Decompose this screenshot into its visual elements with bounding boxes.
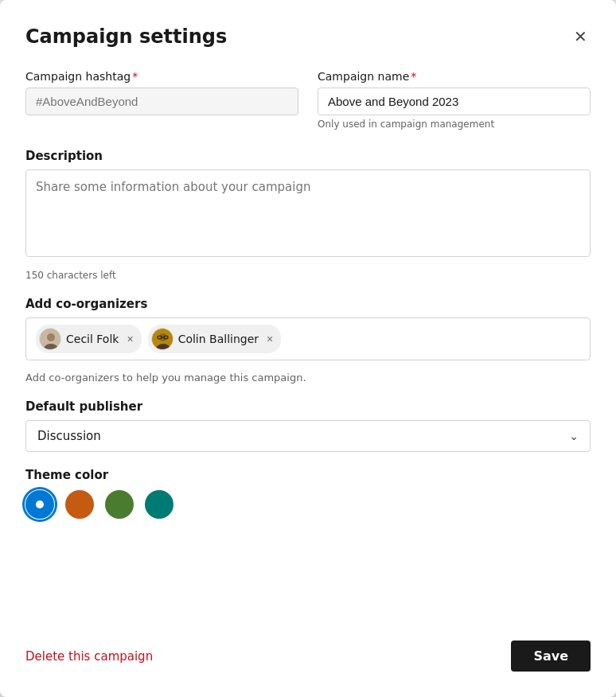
avatar-cf-svg (40, 329, 61, 350)
modal-title: Campaign settings (25, 25, 227, 48)
color-options (25, 490, 591, 519)
color-option-orange[interactable] (65, 490, 94, 519)
modal-header: Campaign settings ✕ (25, 25, 591, 48)
co-organizers-section: Add co-organizers Cecil Folk × (25, 297, 591, 360)
campaign-name-hint: Only used in campaign management (318, 119, 591, 130)
name-required-star: * (411, 70, 416, 83)
modal-footer: Delete this campaign Save (25, 628, 591, 672)
color-option-green[interactable] (105, 490, 134, 519)
co-organizers-box: Cecil Folk × Colin Ballinger (25, 317, 591, 360)
campaign-name-input[interactable] (318, 88, 591, 115)
top-fields-row: Campaign hashtag* Campaign name* Only us… (25, 70, 591, 130)
publisher-label: Default publisher (25, 399, 591, 414)
close-button[interactable]: ✕ (571, 25, 591, 48)
co-organizers-label: Add co-organizers (25, 297, 591, 311)
publisher-value: Discussion (37, 429, 101, 443)
organizer-name-cb: Colin Ballinger (178, 333, 259, 345)
remove-cf-button[interactable]: × (123, 333, 133, 345)
color-option-teal[interactable] (145, 490, 173, 519)
publisher-section: Default publisher Discussion ⌄ (25, 399, 591, 452)
description-section: Description (25, 149, 591, 260)
hashtag-field-group: Campaign hashtag* (25, 70, 298, 130)
publisher-select[interactable]: Discussion ⌄ (25, 420, 591, 452)
avatar-cf (39, 328, 61, 350)
remove-cb-button[interactable]: × (263, 333, 273, 345)
theme-label: Theme color (25, 468, 591, 482)
organizer-name-cf: Cecil Folk (66, 333, 119, 345)
delete-campaign-button[interactable]: Delete this campaign (25, 649, 153, 664)
co-organizers-hint: Add co-organizers to help you manage thi… (25, 372, 591, 384)
campaign-name-label: Campaign name* (318, 70, 591, 83)
avatar-cb-svg (152, 329, 173, 350)
svg-point-1 (47, 333, 55, 341)
campaign-name-field-group: Campaign name* Only used in campaign man… (318, 70, 591, 130)
description-textarea[interactable] (25, 169, 591, 257)
hashtag-label: Campaign hashtag* (25, 70, 298, 83)
char-count: 150 characters left (25, 270, 591, 281)
chevron-down-icon: ⌄ (569, 430, 579, 442)
hashtag-required-star: * (132, 70, 138, 83)
organizer-tag-cf: Cecil Folk × (36, 325, 142, 353)
description-label: Description (25, 149, 591, 163)
organizer-tag-cb: Colin Ballinger × (148, 325, 282, 353)
theme-section: Theme color (25, 468, 591, 519)
color-selected-indicator (36, 500, 44, 508)
hashtag-input[interactable] (25, 88, 298, 115)
campaign-settings-modal: Campaign settings ✕ Campaign hashtag* Ca… (0, 0, 616, 697)
avatar-cb (151, 328, 173, 350)
color-option-blue[interactable] (25, 490, 54, 519)
save-button[interactable]: Save (511, 641, 591, 672)
